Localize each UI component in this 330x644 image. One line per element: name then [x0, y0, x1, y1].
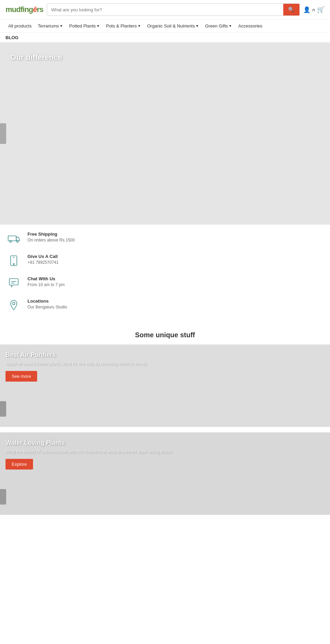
info-text-phone: Give Us A Call +91 7892570741: [28, 254, 58, 265]
info-text-shipping: Free Shipping On orders above Rs.1500: [28, 231, 75, 242]
card-side-tab-2: [0, 489, 6, 505]
nav-item-organic-soil[interactable]: Organic Soil & Nutrients ▼: [144, 22, 202, 30]
hero-side-tab[interactable]: [0, 123, 6, 144]
explore-button[interactable]: Explore: [6, 459, 33, 470]
card-title-air-purifiers: Best Air Purifiers: [6, 351, 324, 359]
info-desc-phone: +91 7892570741: [28, 260, 58, 265]
hero-banner: Our difference: [0, 43, 330, 225]
svg-point-5: [13, 263, 14, 265]
search-bar: 🔍: [47, 3, 300, 16]
shipping-icon: [7, 231, 22, 246]
sign-in-label[interactable]: n: [312, 7, 315, 12]
cart-button[interactable]: 🛒: [317, 6, 324, 13]
info-text-chat: Chat With Us From 10 am to 7 pm: [28, 276, 65, 287]
chat-icon: [7, 276, 22, 291]
card-side-tab-1: [0, 401, 6, 417]
info-title-location: Locations: [28, 298, 67, 304]
user-icon-button[interactable]: 👤: [303, 6, 310, 13]
card-desc-water-plants: Bring the beauty of nature indoors with …: [6, 449, 245, 454]
main-nav: All products Terrariums ▼ Potted Plants …: [0, 20, 330, 33]
nav-item-potted-plants[interactable]: Potted Plants ▼: [66, 22, 102, 30]
chevron-down-icon: ▼: [59, 24, 63, 28]
cart-icon: 🛒: [317, 6, 324, 13]
card-air-purifiers: Best Air Purifiers Adopt all-natural ind…: [0, 344, 330, 427]
info-desc-chat: From 10 am to 7 pm: [28, 282, 65, 287]
chevron-down-icon-3: ▼: [138, 24, 141, 28]
user-icon: 👤: [303, 7, 310, 13]
info-desc-shipping: On orders above Rs.1500: [28, 238, 75, 242]
chevron-down-icon-5: ▼: [229, 24, 232, 28]
info-item-location: Locations Our Bengaluru Studio: [7, 298, 323, 313]
search-button[interactable]: 🔍: [283, 4, 299, 15]
chevron-down-icon-2: ▼: [97, 24, 100, 28]
card-water-plants: Water Loving Plants Bring the beauty of …: [0, 432, 330, 515]
info-item-chat: Chat With Us From 10 am to 7 pm: [7, 276, 323, 291]
nav-item-pots-planters[interactable]: Pots & Planters ▼: [103, 22, 144, 30]
info-title-shipping: Free Shipping: [28, 231, 75, 237]
nav-item-accessories[interactable]: Accessories: [235, 22, 265, 30]
see-more-button[interactable]: See more: [6, 371, 37, 382]
info-item-phone: Give Us A Call +91 7892570741: [7, 254, 323, 269]
chevron-down-icon-4: ▼: [196, 24, 199, 28]
info-section: Free Shipping On orders above Rs.1500 Gi…: [0, 225, 330, 328]
nav-item-blog[interactable]: BLOG: [6, 35, 19, 40]
info-title-phone: Give Us A Call: [28, 254, 58, 259]
nav-item-all-products[interactable]: All products: [6, 22, 34, 30]
svg-point-8: [12, 302, 15, 305]
hero-title: Our difference: [10, 53, 62, 62]
unique-title: Some unique stuff: [0, 331, 330, 339]
header: mudfingērs 🔍 👤 n 🛒: [0, 0, 330, 20]
card-title-water-plants: Water Loving Plants: [6, 439, 324, 447]
info-title-chat: Chat With Us: [28, 276, 65, 281]
location-icon: [7, 298, 22, 313]
search-input[interactable]: [47, 4, 283, 15]
info-text-location: Locations Our Bengaluru Studio: [28, 298, 67, 309]
card-desc-air-purifiers: Adopt all-natural indoor plants, ideal f…: [6, 361, 245, 366]
info-desc-location: Our Bengaluru Studio: [28, 305, 67, 309]
info-item-shipping: Free Shipping On orders above Rs.1500: [7, 231, 323, 246]
svg-rect-0: [8, 236, 16, 241]
search-icon: 🔍: [288, 7, 295, 12]
nav-blog-row: BLOG: [0, 33, 330, 43]
logo[interactable]: mudfingērs: [6, 5, 43, 14]
nav-item-green-gifts[interactable]: Green Gifts ▼: [202, 22, 235, 30]
header-right: 👤 n 🛒: [303, 6, 324, 13]
unique-section: Some unique stuff Best Air Purifiers Ado…: [0, 328, 330, 527]
nav-item-terrariums[interactable]: Terrariums ▼: [35, 22, 66, 30]
phone-icon: [7, 254, 22, 269]
